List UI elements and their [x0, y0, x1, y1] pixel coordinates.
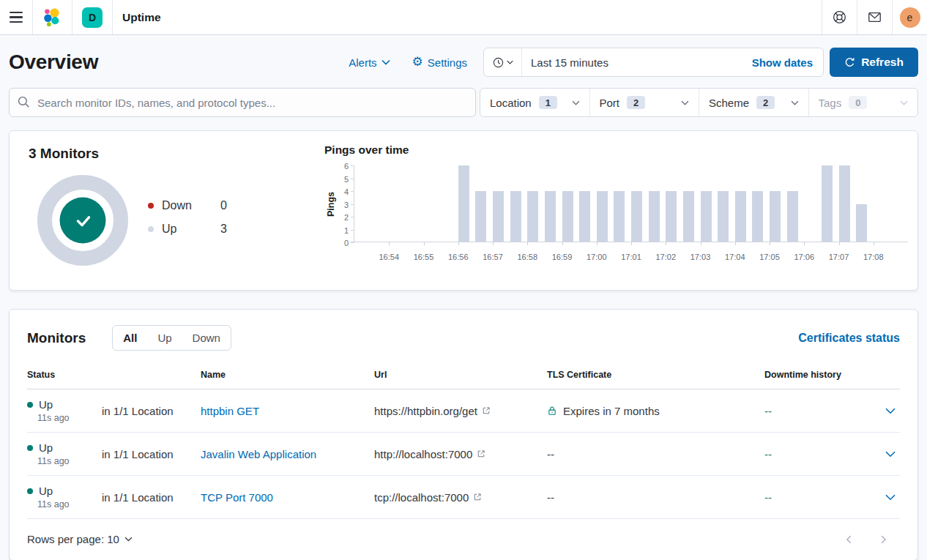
x-axis-tick: 17:00	[587, 253, 607, 261]
monitor-tls: --	[547, 448, 764, 460]
mail-icon	[868, 10, 882, 24]
monitor-name-link[interactable]: TCP Port 7000	[201, 491, 273, 504]
expand-row-button[interactable]	[885, 494, 900, 501]
search-input[interactable]	[9, 88, 476, 117]
y-axis-tick: 1	[344, 227, 349, 235]
monitor-name: httpbin GET	[201, 405, 374, 417]
elastic-logo[interactable]	[33, 0, 72, 34]
chart-bar	[701, 191, 712, 242]
show-dates-button[interactable]: Show dates	[752, 56, 823, 69]
tab-down[interactable]: Down	[182, 326, 231, 350]
chart-bar	[683, 191, 694, 242]
monitor-name-link[interactable]: Javalin Web Application	[201, 448, 316, 460]
chart-bar	[597, 191, 608, 242]
help-button[interactable]	[822, 0, 857, 34]
chevron-down-icon	[900, 100, 908, 105]
chart-bar	[735, 191, 746, 242]
table-header-row: Status Name Url TLS Certificate Downtime…	[27, 362, 900, 389]
tab-up[interactable]: Up	[147, 326, 182, 350]
filter-tags[interactable]: Tags 0	[809, 89, 918, 116]
menu-button[interactable]	[0, 0, 32, 34]
column-header-status: Status	[27, 370, 102, 380]
external-link-icon[interactable]	[482, 406, 491, 415]
status-timestamp: 11s ago	[37, 456, 102, 466]
status-timestamp: 11s ago	[37, 413, 102, 423]
menu-icon[interactable]	[10, 12, 23, 23]
pagination	[844, 534, 900, 545]
chart-bar	[631, 191, 642, 242]
downtime-history: --	[764, 448, 871, 460]
monitor-row: Up 11s ago in 1/1 Location Javalin Web A…	[27, 433, 900, 476]
column-header-tls: TLS Certificate	[547, 370, 764, 380]
filter-count-badge: 2	[756, 96, 775, 109]
chart-bar	[752, 191, 763, 242]
rows-per-page-selector[interactable]: Rows per page: 10	[27, 533, 133, 545]
expand-row-button[interactable]	[885, 451, 900, 458]
column-header-downtime: Downtime history	[764, 370, 871, 380]
x-axis-tick: 17:03	[690, 253, 711, 261]
status-donut-chart	[37, 175, 128, 266]
monitor-status: Up 11s ago	[27, 441, 102, 466]
pings-chart: Pings over time Pings 0123456 16:5416:55…	[324, 131, 917, 290]
chevron-left-icon	[844, 534, 855, 545]
filter-scheme[interactable]: Scheme 2	[699, 89, 809, 116]
chart-bar	[856, 204, 867, 242]
snapshot-panel: 3 Monitors Down 0 Up 3 Pings over time P…	[9, 130, 918, 291]
y-axis-tick: 2	[344, 214, 349, 222]
y-axis-tick: 0	[344, 239, 349, 247]
up-status-dot	[27, 488, 33, 494]
filter-port[interactable]: Port 2	[590, 89, 700, 116]
settings-label: Settings	[428, 56, 467, 69]
expand-row-button[interactable]	[885, 408, 900, 414]
alerts-dropdown[interactable]: Alerts	[349, 56, 390, 69]
help-icon	[833, 10, 846, 24]
x-axis-tick: 16:55	[414, 253, 434, 261]
previous-page-button[interactable]	[844, 534, 855, 545]
settings-button[interactable]: ⚙ Settings	[412, 56, 467, 69]
external-link-icon[interactable]	[473, 493, 482, 501]
chart-title: Pings over time	[324, 143, 908, 157]
external-link-icon[interactable]	[477, 449, 485, 458]
next-page-button[interactable]	[878, 534, 888, 545]
column-header-url: Url	[374, 370, 547, 380]
x-axis-tick: 17:06	[794, 253, 814, 261]
y-axis-tick: 4	[344, 188, 349, 196]
filter-label: Location	[490, 97, 532, 109]
chart-bar	[510, 191, 521, 242]
monitor-row: Up 11s ago in 1/1 Location TCP Port 7000…	[27, 476, 900, 519]
tab-all[interactable]: All	[113, 326, 147, 350]
chart-bar	[475, 191, 486, 242]
y-axis-tick: 5	[344, 176, 349, 184]
monitor-name-link[interactable]: httpbin GET	[201, 405, 259, 417]
status-text: Up	[39, 398, 53, 411]
monitor-status: Up 11s ago	[27, 398, 102, 423]
monitors-count-title: 3 Monitors	[29, 146, 324, 162]
chevron-down-icon	[507, 60, 513, 64]
refresh-button[interactable]: Refresh	[830, 48, 918, 77]
space-selector[interactable]: D	[72, 0, 112, 34]
legend-label: Up	[162, 223, 220, 236]
user-avatar[interactable]: e	[900, 7, 920, 28]
chevron-down-icon	[791, 100, 799, 105]
user-menu-button[interactable]: e	[892, 0, 927, 34]
elastic-logo-icon	[42, 7, 62, 27]
status-text: Up	[39, 441, 53, 454]
gear-icon: ⚙	[412, 56, 423, 68]
alerts-label: Alerts	[349, 56, 376, 69]
space-badge[interactable]: D	[82, 7, 103, 28]
x-axis-tick: 17:02	[655, 253, 676, 261]
chart-bar	[562, 191, 573, 242]
quick-select-menu-button[interactable]	[484, 48, 522, 76]
monitor-location: in 1/1 Location	[102, 448, 201, 460]
newsfeed-button[interactable]	[857, 0, 892, 34]
chart-bar	[579, 191, 590, 242]
legend-item-up: Up 3	[148, 217, 227, 241]
certificates-status-link[interactable]: Certificates status	[798, 332, 900, 345]
filter-group: Location 1 Port 2 Scheme 2 Tags 0	[480, 88, 918, 117]
filter-location[interactable]: Location 1	[480, 89, 590, 116]
status-ok-badge	[60, 198, 106, 244]
filter-count-badge: 0	[849, 96, 867, 109]
check-icon	[72, 209, 94, 231]
x-axis-tick: 16:58	[517, 253, 537, 261]
time-range-value[interactable]: Last 15 minutes	[522, 56, 752, 69]
